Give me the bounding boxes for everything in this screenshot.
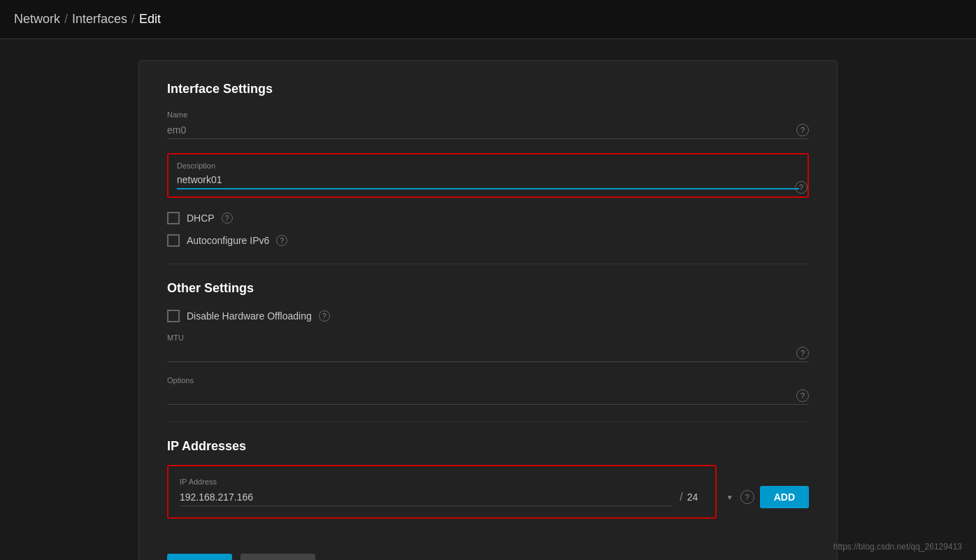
options-label: Options bbox=[167, 376, 809, 385]
ip-addresses-title: IP Addresses bbox=[167, 439, 809, 454]
breadcrumb-interfaces[interactable]: Interfaces bbox=[72, 12, 127, 27]
watermark: https://blog.csdn.net/qq_26129413 bbox=[833, 542, 962, 552]
ip-address-label: IP Address bbox=[180, 478, 673, 486]
ip-address-input[interactable] bbox=[180, 489, 673, 506]
autoconfigure-ipv6-label: Autoconfigure IPv6 bbox=[187, 235, 269, 246]
cidr-separator: / bbox=[680, 491, 682, 503]
mtu-field-group: MTU ? bbox=[167, 333, 809, 362]
breadcrumb-sep-1: / bbox=[64, 12, 68, 27]
disable-hw-offloading-checkbox[interactable] bbox=[167, 310, 180, 322]
disable-hw-offloading-help-icon[interactable]: ? bbox=[319, 310, 330, 322]
description-label: Description bbox=[177, 161, 799, 170]
mtu-help-icon[interactable]: ? bbox=[796, 347, 809, 359]
dhcp-row: DHCP ? bbox=[167, 212, 809, 224]
breadcrumb: Network / Interfaces / Edit bbox=[14, 12, 161, 27]
form-container: Interface Settings Name ? Description ? … bbox=[138, 60, 838, 560]
mtu-label: MTU bbox=[167, 333, 809, 342]
disable-hw-offloading-label: Disable Hardware Offloading bbox=[187, 310, 312, 322]
apply-button[interactable]: APPLY bbox=[167, 554, 232, 560]
divider-1 bbox=[167, 264, 809, 264]
ip-addresses-box: IP Address / 24 bbox=[167, 465, 717, 519]
name-input[interactable] bbox=[167, 122, 809, 139]
name-help-icon[interactable]: ? bbox=[796, 124, 809, 136]
autoconfigure-ipv6-row: Autoconfigure IPv6 ? bbox=[167, 234, 809, 247]
description-help-icon[interactable]: ? bbox=[795, 181, 808, 194]
cancel-button[interactable]: CANCEL bbox=[241, 554, 315, 560]
disable-hw-offloading-row: Disable Hardware Offloading ? bbox=[167, 310, 809, 322]
breadcrumb-edit: Edit bbox=[139, 12, 161, 27]
breadcrumb-network[interactable]: Network bbox=[14, 12, 60, 27]
divider-2 bbox=[167, 422, 809, 422]
description-input[interactable] bbox=[177, 171, 799, 189]
dhcp-label: DHCP bbox=[187, 213, 215, 224]
name-field-group: Name ? bbox=[167, 110, 809, 139]
main-content: Interface Settings Name ? Description ? … bbox=[0, 39, 976, 560]
options-help-icon[interactable]: ? bbox=[796, 389, 809, 402]
description-box: Description ? bbox=[167, 153, 809, 198]
cidr-dropdown-icon[interactable]: ▼ bbox=[725, 492, 735, 502]
autoconfigure-ipv6-help-icon[interactable]: ? bbox=[276, 235, 287, 246]
autoconfigure-ipv6-checkbox[interactable] bbox=[167, 234, 180, 247]
options-input[interactable] bbox=[167, 387, 809, 405]
mtu-input[interactable] bbox=[167, 345, 809, 362]
other-settings-title: Other Settings bbox=[167, 281, 809, 296]
ip-row: IP Address / 24 bbox=[180, 478, 704, 506]
dhcp-help-icon[interactable]: ? bbox=[222, 213, 233, 224]
ip-input-group: IP Address bbox=[180, 478, 673, 506]
interface-settings-title: Interface Settings bbox=[167, 82, 809, 96]
options-field-group: Options ? bbox=[167, 376, 809, 405]
cidr-value: 24 bbox=[687, 491, 704, 503]
action-buttons: APPLY CANCEL bbox=[167, 554, 809, 560]
topbar: Network / Interfaces / Edit bbox=[0, 0, 976, 39]
dhcp-checkbox[interactable] bbox=[167, 212, 180, 224]
name-label: Name bbox=[167, 110, 809, 119]
ip-help-icon[interactable]: ? bbox=[740, 490, 754, 504]
breadcrumb-sep-2: / bbox=[131, 12, 135, 27]
add-button[interactable]: ADD bbox=[760, 486, 809, 508]
cidr-group: / 24 bbox=[680, 491, 703, 503]
